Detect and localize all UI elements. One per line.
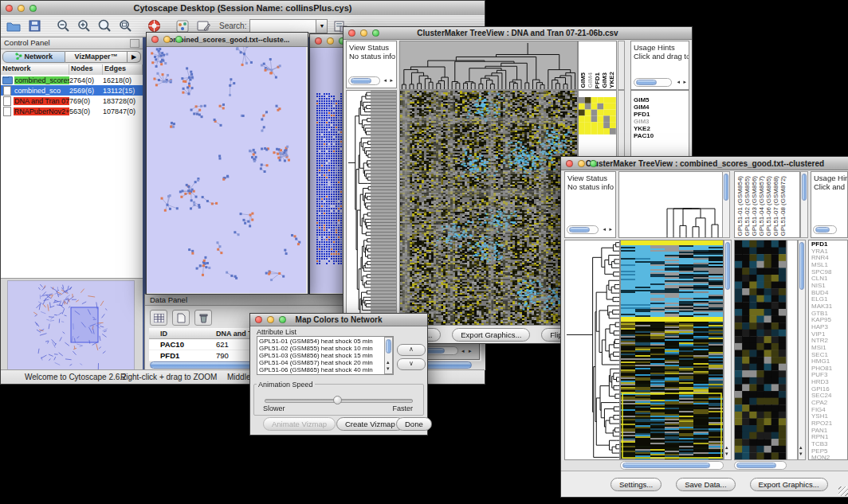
tv1-gene-label[interactable]: GIM4 [634, 104, 654, 111]
minimize-icon[interactable] [18, 5, 25, 12]
move-up-button[interactable]: ∧ [397, 344, 426, 356]
tv2-zoom-heatmap[interactable] [734, 240, 787, 460]
scroll-right-icon[interactable] [390, 76, 393, 84]
float-panel-icon[interactable] [130, 39, 139, 48]
tv2-genelist-vscrollbar[interactable] [798, 240, 806, 460]
tv2-heatmap-hscrollbar[interactable] [620, 461, 724, 470]
attribute-list-item[interactable]: GPL51-01 (GSM854) heat shock 05 min [257, 338, 383, 345]
animate-vizmap-button[interactable]: Animate Vizmap [263, 417, 336, 431]
zoom-fit-icon[interactable] [117, 18, 133, 34]
zoom-out-icon[interactable] [55, 18, 71, 34]
tv1-button[interactable]: Export Graphics... [452, 328, 530, 342]
save-icon[interactable] [26, 18, 42, 34]
tv2-column-dendrogram[interactable] [618, 171, 724, 238]
network-row[interactable]: RNAPuberNov2+563(0)107847(0) [1, 106, 143, 116]
tv1-status-hscrollbar[interactable] [348, 76, 380, 85]
main-titlebar[interactable]: Cytoscape Desktop (Session Name: collins… [1, 1, 485, 16]
zoom-window-icon[interactable] [372, 29, 379, 37]
zoom-window-icon[interactable] [29, 5, 37, 12]
tv2-button[interactable]: Export Graphics... [750, 478, 828, 491]
tv1-vscroll-strip[interactable] [618, 41, 625, 90]
attribute-list-item[interactable]: GPL51-06 (GSM865) heat shock 40 min [257, 366, 383, 373]
close-icon[interactable] [566, 160, 573, 167]
animation-slider[interactable] [265, 396, 411, 404]
tv2-global-heatmap[interactable] [620, 240, 724, 460]
attribute-list-item[interactable]: GPL51-07 (GSM868) heat shock 60 min [257, 373, 383, 375]
scroll-left-icon[interactable] [603, 225, 606, 233]
birdseye-panel[interactable] [1, 278, 143, 370]
col-nodes[interactable]: Nodes [69, 64, 103, 75]
minimize-icon[interactable] [163, 36, 171, 43]
slider-thumb[interactable] [333, 396, 342, 404]
network-row[interactable]: combined_scores2764(0)16218(0) [1, 75, 143, 85]
tv1-hints-hscrollbar[interactable] [634, 78, 672, 87]
tv2-button[interactable]: Settings... [610, 478, 662, 491]
network1-canvas[interactable] [147, 47, 306, 293]
new-attribute-icon[interactable] [172, 310, 190, 326]
tv2-status-hscrollbar[interactable] [567, 225, 599, 234]
resize-grip[interactable] [838, 486, 848, 496]
tab-overflow-button[interactable]: ▶ [128, 51, 141, 63]
treeview1-titlebar[interactable]: ClusterMaker TreeView : DNA and Tran 07-… [344, 27, 692, 40]
scroll-right-icon[interactable] [609, 225, 612, 233]
zoom-window-icon[interactable] [279, 316, 286, 323]
minimize-icon[interactable] [578, 160, 585, 167]
network1-titlebar[interactable]: combined_scores_good.txt--cluste... [147, 33, 308, 47]
tv1-gene-label[interactable]: YKE2 [634, 125, 654, 132]
zoom-in-icon[interactable] [76, 18, 92, 34]
move-down-button[interactable]: ∨ [397, 358, 426, 370]
tv1-column-dendrogram[interactable] [399, 41, 578, 90]
delete-attribute-icon[interactable] [194, 310, 212, 326]
attribute-list-item[interactable]: GPL51-02 (GSM855) heat shock 10 min [257, 345, 383, 352]
tv2-coldendro-vscrollbar[interactable] [722, 171, 730, 238]
scroll-left-icon[interactable] [677, 78, 680, 86]
minimize-icon[interactable] [360, 29, 367, 37]
tv2-hints-hscrollbar[interactable] [813, 225, 837, 234]
scroll-left-icon[interactable] [461, 347, 465, 355]
close-icon[interactable] [6, 5, 13, 12]
scroll-down-icon[interactable] [799, 450, 803, 458]
close-icon[interactable] [348, 29, 355, 37]
attribute-list-item[interactable]: GPL51-04 (GSM857) heat shock 20 min [257, 359, 383, 366]
search-input[interactable] [249, 19, 316, 33]
tv2-row-dendrogram[interactable] [564, 240, 620, 460]
done-button[interactable]: Done [396, 417, 432, 431]
scroll-right-icon[interactable] [683, 78, 686, 86]
close-icon[interactable] [255, 316, 262, 323]
tv1-row-dendrogram[interactable] [346, 90, 397, 326]
col-edges[interactable]: Edges [103, 64, 143, 75]
tv2-gene-list[interactable]: PFD1YRA1RNR4MSL1SPC98CLN1NIS1BUD4ELG1MAK… [808, 240, 848, 460]
create-vizmap-button[interactable]: Create Vizmap [336, 417, 404, 431]
tv1-gene-label[interactable]: GIM5 [634, 96, 654, 104]
scroll-down-icon[interactable] [725, 450, 728, 458]
zoom-window-icon[interactable] [175, 36, 183, 43]
tv2-zoom-hscrollbar[interactable] [734, 461, 787, 470]
network-row[interactable]: combined_sco2569(6)13112(15) [1, 85, 143, 96]
tv2-heatmap-vscrollbar[interactable] [724, 240, 732, 460]
tv2-gene-label[interactable]: MON2 [811, 455, 832, 460]
scroll-left-icon[interactable] [383, 76, 387, 84]
attribute-list-vscrollbar[interactable] [384, 337, 393, 374]
tv1-gene-label[interactable]: PFD1 [634, 111, 654, 118]
attribute-list-item[interactable]: GPL51-03 (GSM856) heat shock 15 min [257, 352, 383, 359]
network-row[interactable]: DNA and Tran 07769(0)183728(0) [1, 96, 143, 106]
tv1-gene-label[interactable]: PAC10 [634, 132, 654, 139]
birdseye-canvas[interactable] [7, 280, 135, 370]
select-attributes-icon[interactable] [150, 310, 167, 326]
zoom-selected-icon[interactable] [96, 18, 112, 34]
tv1-gene-label[interactable]: GIM3 [634, 118, 654, 125]
dialog-titlebar[interactable]: Map Colors to Network [250, 314, 427, 326]
attribute-list[interactable]: GPL51-01 (GSM854) heat shock 05 minGPL51… [257, 336, 394, 375]
scroll-right-icon[interactable] [469, 347, 472, 355]
treeview2-titlebar[interactable]: ClusterMaker TreeView : combined_scores_… [561, 157, 848, 170]
close-icon[interactable] [151, 36, 159, 43]
tv2-collabels-vscrollbar[interactable] [800, 171, 808, 238]
col-network[interactable]: Network [1, 64, 69, 75]
search-dropdown-button[interactable]: ▼ [316, 19, 328, 33]
minimize-icon[interactable] [327, 37, 334, 45]
id-column-header[interactable]: ID [149, 330, 216, 338]
tab-vizmapper[interactable]: VizMapper™ [65, 51, 128, 63]
tv1-global-heatmap[interactable] [399, 90, 578, 326]
zoom-window-icon[interactable] [590, 160, 597, 167]
minimize-icon[interactable] [267, 316, 274, 323]
